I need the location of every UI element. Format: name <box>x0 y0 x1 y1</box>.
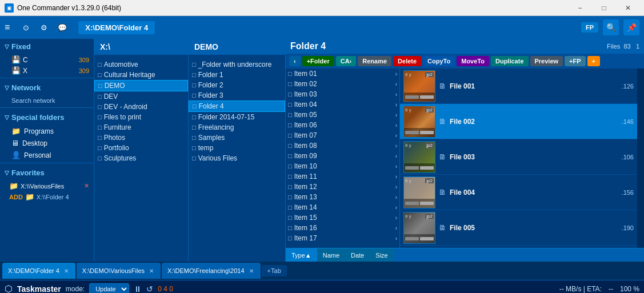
tab-close-freelancing[interactable]: ✕ <box>248 268 255 274</box>
col-x-item-furniture[interactable]: □ Furniture <box>94 122 188 133</box>
tab-folder4[interactable]: X:\DEMO\Folder 4 ✕ <box>2 263 75 279</box>
file-tiles-area: 8 y jp2 🗎 File 001 .126 <box>400 69 637 248</box>
col-x-item-cultural[interactable]: □ Cultural Heritage <box>94 70 188 80</box>
f4-item-03[interactable]: □ Item 03 › <box>286 89 399 99</box>
col-demo-item-samples[interactable]: □ Samples <box>189 133 285 143</box>
pin-icon-button[interactable]: 📌 <box>623 19 639 35</box>
add-folder-button[interactable]: +Folder <box>302 56 334 66</box>
f4-item-01[interactable]: □ Item 01 › <box>286 69 399 79</box>
add-tab-button[interactable]: +Tab <box>262 265 287 276</box>
f4-folder-icon: □ <box>288 111 292 118</box>
duplicate-button[interactable]: Duplicate <box>491 56 529 66</box>
col-x-item-portfolio[interactable]: □ Portfolio <box>94 143 188 153</box>
f4-item-06[interactable]: □ Item 06 › <box>286 120 399 130</box>
folder-icon: □ <box>98 103 102 110</box>
f4-item-13[interactable]: □ Item 13 › <box>286 192 399 202</box>
sidebar-drive-c[interactable]: 💾 C 309 <box>0 54 94 65</box>
file-tile-005[interactable]: 8 y jp2 🗎 File 005 .190 <box>400 210 637 246</box>
move-to-button[interactable]: MoveTo <box>457 56 489 66</box>
sidebar-divider-1 <box>0 78 94 78</box>
file-icon-003: 🗎 <box>439 152 446 161</box>
copy-path-button[interactable]: CA› <box>336 56 357 66</box>
file-icon-001: 🗎 <box>439 82 446 90</box>
files-scrollbar[interactable] <box>637 69 644 248</box>
column-demo-header: DEMO <box>189 39 285 55</box>
tab-variousfiles[interactable]: X:\DEMO\VariousFiles ✕ <box>77 263 161 279</box>
f4-item-14[interactable]: □ Item 14 › <box>286 202 399 212</box>
col-demo-item-folder3[interactable]: □ Folder 3 <box>189 90 285 101</box>
f4-folder-icon: □ <box>288 204 292 211</box>
col-x-item-sculptures[interactable]: □ Sculptures <box>94 153 188 163</box>
file-size-002: .146 <box>622 118 634 125</box>
pause-button[interactable]: ⏸ <box>134 284 142 294</box>
fp-badge[interactable]: FP <box>581 22 598 33</box>
col-demo-item-freelancing[interactable]: □ Freelancing <box>189 122 285 133</box>
mode-select[interactable]: Update <box>89 283 129 294</box>
sidebar-item-desktop[interactable]: 🖥 Desktop <box>0 137 94 149</box>
tab-freelancing2014[interactable]: X:\DEMO\Freelancing\2014 ✕ <box>162 263 261 279</box>
copy-to-button[interactable]: CopyTo <box>423 56 455 66</box>
f4-item-05[interactable]: □ Item 05 › <box>286 110 399 120</box>
fp-button[interactable]: +FP <box>565 56 585 66</box>
f4-folder-icon: □ <box>288 163 292 170</box>
back-button[interactable]: ‹ <box>289 56 301 66</box>
col-demo-item-folder1[interactable]: □ Folder 1 <box>189 70 285 80</box>
col-demo-item-folder2014[interactable]: □ Folder 2014-07-15 <box>189 112 285 122</box>
fav-remove-button-1[interactable]: ✕ <box>84 182 89 190</box>
col-demo-item-temp[interactable]: □ temp <box>189 143 285 153</box>
home-button[interactable]: ⊙ <box>19 21 33 34</box>
menu-icon[interactable]: ≡ <box>5 22 10 33</box>
sidebar-divider-2 <box>0 107 94 108</box>
f4-item-10[interactable]: □ Item 10 › <box>286 161 399 171</box>
folder-icon: □ <box>192 114 196 121</box>
tab-close-folder4[interactable]: ✕ <box>63 268 70 274</box>
col-demo-item-folder4[interactable]: □ Folder 4 <box>189 101 285 112</box>
search-network-link[interactable]: Search network <box>0 95 94 106</box>
rename-button[interactable]: Rename <box>358 56 391 66</box>
tab-close-variousfiles[interactable]: ✕ <box>148 268 155 274</box>
col-x-item-automotive[interactable]: □ Automotive <box>94 59 188 70</box>
minimize-button[interactable]: − <box>569 0 591 16</box>
sort-type-button[interactable]: Type▲ <box>286 248 317 262</box>
col-x-item-photos[interactable]: □ Photos <box>94 133 188 143</box>
sort-date-button[interactable]: Date <box>345 248 370 262</box>
col-x-item-demo[interactable]: □ DEMO <box>94 80 188 91</box>
settings-button[interactable]: ⚙ <box>37 21 51 34</box>
f4-item-15[interactable]: □ Item 15 › <box>286 212 399 223</box>
f4-item-07[interactable]: □ Item 07 › <box>286 130 399 141</box>
f4-item-08[interactable]: □ Item 08 › <box>286 141 399 151</box>
search-icon-button[interactable]: 🔍 <box>603 19 619 35</box>
f4-item-16[interactable]: □ Item 16 › <box>286 223 399 233</box>
f4-item-12[interactable]: □ Item 12 › <box>286 182 399 192</box>
chat-button[interactable]: 💬 <box>55 21 69 34</box>
delete-button[interactable]: Delete <box>393 56 421 66</box>
file-tile-002[interactable]: 8 y jp2 🗎 File 002 .146 <box>400 104 637 139</box>
f4-item-17[interactable]: □ Item 17 › <box>286 233 399 243</box>
sidebar-item-programs[interactable]: 📁 Programs <box>0 125 94 137</box>
refresh-button[interactable]: ↺ <box>146 284 153 294</box>
preview-button[interactable]: Preview <box>530 56 563 66</box>
f4-item-04[interactable]: □ Item 04 › <box>286 99 399 110</box>
col-demo-item-underscore[interactable]: □ _Folder with underscore <box>189 59 285 70</box>
header-path[interactable]: X:\DEMO\Folder 4 <box>78 21 155 34</box>
file-tile-001[interactable]: 8 y jp2 🗎 File 001 .126 <box>400 69 637 104</box>
file-tile-003[interactable]: 8 y jp2 🗎 File 003 .106 <box>400 139 637 175</box>
sort-size-button[interactable]: Size <box>370 248 393 262</box>
col-x-item-devandroid[interactable]: □ DEV - Android <box>94 102 188 112</box>
sidebar-fav-variousfiles[interactable]: 📁 X:\\VariousFiles ✕ <box>0 180 94 191</box>
sort-name-button[interactable]: Name <box>317 248 345 262</box>
maximize-button[interactable]: □ <box>593 0 615 16</box>
col-demo-item-folder2[interactable]: □ Folder 2 <box>189 80 285 90</box>
sidebar-add-fav[interactable]: ADD 📁 X:\\Folder 4 <box>0 191 94 202</box>
col-demo-item-various[interactable]: □ Various Files <box>189 153 285 163</box>
col-x-item-files[interactable]: □ Files to print <box>94 112 188 122</box>
col-x-item-dev[interactable]: □ DEV <box>94 91 188 102</box>
f4-item-11[interactable]: □ Item 11 › <box>286 171 399 182</box>
close-button[interactable]: ✕ <box>617 0 639 16</box>
file-tile-004[interactable]: 8 y jp2 🗎 File 004 .156 <box>400 175 637 210</box>
f4-item-02[interactable]: □ Item 02 › <box>286 79 399 89</box>
sidebar-drive-x[interactable]: 💾 X 309 <box>0 65 94 76</box>
sidebar-item-personal[interactable]: 👤 Personal <box>0 149 94 161</box>
f4-item-09[interactable]: □ Item 09 › <box>286 151 399 161</box>
add-button[interactable]: + <box>587 56 600 66</box>
